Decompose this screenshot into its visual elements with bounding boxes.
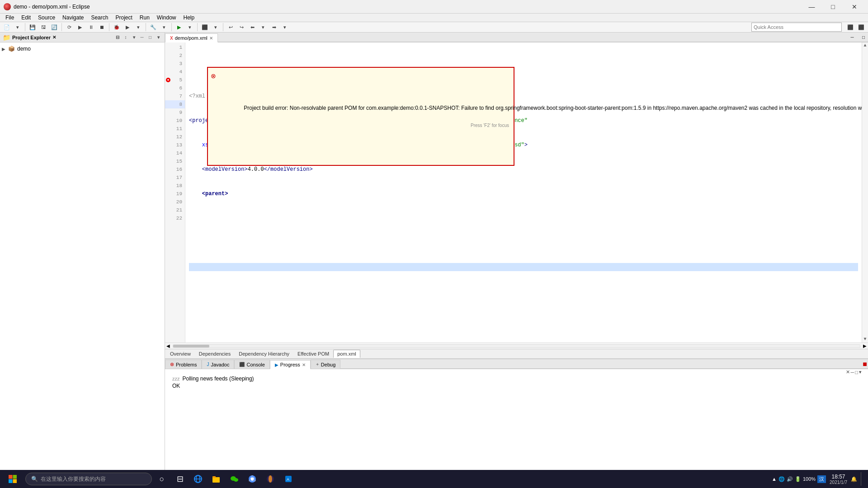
scroll-down-arrow[interactable]: ▼ (862, 336, 868, 343)
pom-tab-pom-xml[interactable]: pom.xml (333, 350, 360, 358)
menu-edit[interactable]: Edit (18, 14, 34, 22)
horizontal-scrollbar[interactable]: ◀ ▶ (165, 343, 868, 349)
editor-text[interactable]: ⊗ Project build error: Non-resolvable pa… (185, 42, 862, 343)
taskbar-wechat[interactable] (226, 471, 242, 487)
toolbar-btn-run[interactable]: ▶ (174, 22, 184, 32)
toolbar-sep-4 (146, 23, 146, 31)
taskbar-ime-icon[interactable]: 汉 (817, 475, 826, 483)
pom-tab-effective-pom[interactable]: Effective POM (293, 350, 333, 358)
bottom-tab-javadoc[interactable]: J Javadoc (202, 360, 234, 369)
editor-content[interactable]: 1 2 3 4 ● 5 6 7 8 9 10 11 (165, 42, 868, 343)
toolbar-sep-3 (109, 23, 109, 31)
pom-tab-overview[interactable]: Overview (166, 350, 195, 358)
pe-sync-icon[interactable]: ↕ (122, 34, 129, 41)
h-scroll-thumb[interactable] (173, 345, 209, 347)
toolbar-btn-8[interactable]: ⏸ (86, 22, 96, 32)
menu-source[interactable]: Source (34, 14, 59, 22)
taskbar-search[interactable]: 🔍 在这里输入你要搜索的内容 (25, 473, 152, 485)
toolbar-btn-9[interactable]: ⏹ (97, 22, 107, 32)
maximize-button[interactable]: □ (823, 0, 843, 14)
toolbar-btn-7[interactable]: ▶ (75, 22, 85, 32)
menu-file[interactable]: File (2, 14, 18, 22)
toolbar-btn-6[interactable]: ⟳ (64, 22, 74, 32)
pom-tab-dependency-hierarchy[interactable]: Dependency Hierarchy (235, 350, 293, 358)
bottom-toolbar-icon4[interactable]: ▾ (859, 369, 862, 375)
menu-window[interactable]: Window (153, 14, 180, 22)
bottom-toolbar-icon3[interactable]: □ (855, 370, 858, 375)
bottom-toolbar-icon2[interactable]: ─ (851, 370, 854, 375)
menu-navigate[interactable]: Navigate (59, 14, 87, 22)
taskbar-chrome[interactable] (244, 471, 260, 487)
taskbar-cortana[interactable]: ○ (154, 471, 170, 487)
toolbar-btn-10[interactable]: 🐞 (112, 22, 122, 32)
taskbar-app2[interactable]: A (280, 471, 297, 487)
taskbar-show-desktop[interactable] (861, 472, 863, 486)
toolbar-btn-15[interactable]: ⬛ (200, 22, 210, 32)
tree-item-demo[interactable]: ▶ 📦 demo (0, 44, 165, 53)
toolbar-btn-11[interactable]: ▶ (123, 22, 132, 32)
bottom-tab-console[interactable]: ⬛ Console (234, 360, 269, 369)
project-explorer-close[interactable]: ✕ (52, 35, 56, 40)
taskbar-clock[interactable]: 18:57 2021/1/7 (830, 474, 847, 485)
pom-tab-dependencies[interactable]: Dependencies (195, 350, 235, 358)
toolbar-btn-nav2[interactable]: ▾ (258, 22, 268, 32)
quick-access-input[interactable] (751, 23, 842, 32)
menu-search[interactable]: Search (87, 14, 112, 22)
h-scroll-track[interactable] (173, 344, 860, 348)
menu-project[interactable]: Project (112, 14, 136, 22)
toolbar-btn-5[interactable]: 🔄 (49, 22, 59, 32)
pe-max-icon[interactable]: □ (146, 34, 154, 41)
editor-tab-pom[interactable]: X demo/pom.xml ✕ (165, 33, 218, 42)
menu-help[interactable]: Help (180, 14, 198, 22)
toolbar-btn-nav4[interactable]: ▾ (280, 22, 290, 32)
close-button[interactable]: ✕ (844, 0, 864, 14)
pe-collapse-icon[interactable]: ⊟ (114, 34, 121, 41)
toolbar-btn-17[interactable]: ↩ (226, 22, 236, 32)
toolbar-btn-2[interactable]: ▾ (13, 22, 23, 32)
progress-tab-close[interactable]: ✕ (302, 362, 306, 367)
taskbar-explorer[interactable] (208, 471, 224, 487)
toolbar-btn-4[interactable]: 🖫 (38, 22, 48, 32)
scroll-up-arrow[interactable]: ▲ (862, 42, 868, 49)
start-button[interactable] (2, 470, 24, 488)
taskbar-task-view[interactable]: ⊟ (172, 471, 188, 487)
pe-min-icon[interactable]: ─ (138, 34, 146, 41)
bottom-tab-progress[interactable]: ▶ Progress ✕ (270, 360, 311, 369)
toolbar-btn-nav1[interactable]: ⬅ (247, 22, 257, 32)
scroll-right-arrow[interactable]: ▶ (862, 343, 868, 349)
toolbar-btn-14[interactable]: ▾ (159, 22, 169, 32)
stop-icon[interactable]: ■ (863, 360, 867, 368)
taskbar-ie[interactable] (190, 471, 206, 487)
toolbar-btn-16[interactable]: ▾ (211, 22, 221, 32)
search-placeholder: 在这里输入你要搜索的内容 (41, 475, 106, 483)
taskbar-arrow-icon[interactable]: ▲ (772, 476, 777, 482)
toolbar-btn-12[interactable]: ▾ (133, 22, 143, 32)
toolbar-perspective-dd[interactable]: ⬛ (856, 22, 866, 32)
taskbar-network-icon[interactable]: 🌐 (778, 476, 785, 482)
bottom-tab-debug[interactable]: ✦ Debug (311, 360, 340, 369)
editor-maximize-icon[interactable]: □ (862, 35, 865, 40)
bottom-toolbar-icon1[interactable]: ✕ (846, 369, 850, 375)
taskbar-volume-icon[interactable]: 🔊 (787, 476, 793, 482)
toolbar-btn-nav3[interactable]: ➡ (269, 22, 279, 32)
taskbar-notification-icon[interactable]: 🔔 (851, 476, 857, 482)
pe-menu-icon[interactable]: ▾ (130, 34, 137, 41)
toolbar-btn-run-dd[interactable]: ▾ (185, 22, 195, 32)
editor-scrollbar[interactable]: ▲ ▼ (862, 42, 868, 343)
scroll-left-arrow[interactable]: ◀ (165, 343, 171, 349)
bottom-tab-problems[interactable]: ⊗ Problems (165, 360, 202, 369)
editor-minimize-icon[interactable]: ─ (850, 35, 854, 40)
toolbar-btn-13[interactable]: 🔧 (148, 22, 158, 32)
tab-close-pom[interactable]: ✕ (209, 36, 213, 41)
menu-run[interactable]: Run (136, 14, 153, 22)
ln-16: 16 (165, 165, 185, 174)
pe-viewmenu-icon[interactable]: ▾ (155, 34, 162, 41)
toolbar-btn-1[interactable]: 📄 (2, 22, 12, 32)
svg-rect-0 (9, 475, 13, 479)
toolbar-btn-3[interactable]: 💾 (28, 22, 38, 32)
taskbar-eclipse[interactable] (262, 471, 278, 487)
toolbar-open-perspective[interactable]: ⬛ (845, 22, 855, 32)
toolbar-btn-18[interactable]: ↪ (236, 22, 246, 32)
taskbar-battery-icon[interactable]: 🔋 (795, 476, 801, 482)
minimize-button[interactable]: ― (802, 0, 822, 14)
